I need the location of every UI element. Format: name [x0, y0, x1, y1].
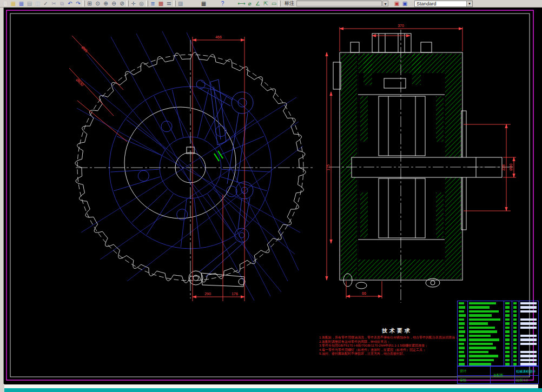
- command-line[interactable]: [4, 384, 538, 388]
- annotation-style-combo[interactable]: [296, 1, 382, 6]
- parts-table-row: [458, 362, 538, 367]
- aerial-view-icon[interactable]: ◎: [137, 1, 146, 7]
- table-cell-text: [459, 314, 466, 317]
- title-block: 设计 审核 装配图 机械课程设计 比例 1:2: [457, 366, 539, 384]
- table-cell-text: [505, 347, 510, 349]
- table-cell-text: [520, 351, 537, 354]
- title-block-scale: 比例 1:2: [516, 378, 528, 383]
- object-toolbar-group: ≣▩〓: [149, 1, 173, 7]
- table-cell-text: [513, 302, 517, 305]
- redo-icon[interactable]: ↷: [74, 1, 82, 7]
- linetype-icon[interactable]: 〓: [165, 1, 173, 7]
- table-cell-text: [469, 347, 496, 349]
- table-cell-text: [505, 343, 510, 346]
- tech-requirement-line: 5.油封、密封圈装配时不得损坏，注意方向，结合面密封好。: [319, 352, 475, 356]
- table-cell-text: [469, 355, 498, 357]
- table-cell-text: [513, 314, 517, 317]
- table-cell-text: [513, 359, 517, 362]
- table-cell-text: [513, 306, 517, 309]
- view-toolbar-group: ▣▣: [393, 1, 409, 7]
- parts-table-row: [458, 330, 538, 334]
- parts-table-row: [458, 317, 538, 322]
- save-icon[interactable]: ▦: [17, 1, 25, 7]
- layers-icon[interactable]: ≣: [149, 1, 157, 7]
- table-cell-text: [513, 322, 517, 325]
- zoom-toolbar-group: ⊞⊙⊕⊖⊘: [85, 1, 126, 7]
- tech-requirement-line: 3.零件分别用GB/T6170 I-6级/70GB/1170-2M4中的1.1-…: [319, 344, 475, 348]
- dim-angular-icon[interactable]: ∠: [254, 1, 262, 7]
- table-icon[interactable]: ▦: [200, 1, 208, 7]
- table-cell-text: [459, 322, 465, 325]
- dim-label: 370: [398, 24, 404, 28]
- dim-leader-icon[interactable]: ⇱: [262, 1, 270, 7]
- named-view-icon[interactable]: ▣: [401, 1, 409, 7]
- table-cell-text: [505, 302, 510, 305]
- table-cell-text: [513, 318, 517, 321]
- zoom-window-icon[interactable]: ⊞: [85, 1, 94, 7]
- table-cell-text: [459, 355, 465, 357]
- toolbar-separator: [83, 1, 85, 6]
- docked-toolbar-edge: [0, 8, 4, 384]
- standard-style-combo[interactable]: Standard ▾: [414, 1, 473, 7]
- table-cell-text: [459, 347, 465, 349]
- table-cell-text: [459, 351, 464, 354]
- table-cell-text: [513, 310, 517, 313]
- table-cell-text: [505, 322, 510, 325]
- dim-style-icon[interactable]: ▭: [270, 1, 278, 7]
- standard-style-value: Standard: [415, 1, 466, 6]
- chevron-down-icon[interactable]: ▾: [466, 1, 472, 6]
- table-cell-text: [459, 302, 464, 305]
- print-icon[interactable]: ▤: [25, 1, 34, 7]
- help-toolbar-group: ?: [219, 1, 227, 7]
- title-block-designer: 设计: [460, 369, 466, 374]
- table-cell-text: [505, 318, 510, 321]
- table-cell-text: [459, 310, 464, 313]
- render-icon[interactable]: ▣: [393, 1, 401, 7]
- dim-label: 176: [232, 292, 238, 296]
- help-icon[interactable]: ?: [219, 1, 227, 7]
- annotation-toolbar-label: 标注: [285, 0, 294, 7]
- pan-icon[interactable]: ✛: [129, 1, 137, 7]
- table-cell-text: [505, 355, 510, 357]
- parts-table-row: [458, 322, 538, 326]
- new-icon[interactable]: ▯: [1, 1, 9, 7]
- properties-icon[interactable]: ▨: [176, 1, 184, 7]
- table-cell-text: [513, 347, 517, 349]
- zoom-dynamic-icon[interactable]: ⊙: [94, 1, 102, 7]
- undo-icon[interactable]: ↶: [66, 1, 74, 7]
- cut-icon[interactable]: ✂: [50, 1, 58, 7]
- zoom-in-icon[interactable]: ⊕: [102, 1, 110, 7]
- zoom-out-icon[interactable]: ⊖: [110, 1, 118, 7]
- color-icon[interactable]: ▩: [157, 1, 165, 7]
- table-cell-text: [520, 310, 537, 313]
- parts-table-row: [458, 346, 538, 350]
- table-cell-text: [520, 335, 537, 337]
- spelling-icon[interactable]: ✓: [42, 1, 50, 7]
- technical-requirements: 技术要求 1.装配前，所有零件用煤油清洗，零件表面不得有任何锈蚀存在，结合零件的…: [319, 327, 475, 356]
- table-cell-text: [459, 327, 464, 329]
- table-cell-text: [513, 327, 517, 329]
- copy-icon[interactable]: ⧉: [58, 1, 66, 7]
- table-cell-text: [469, 327, 495, 329]
- dim-label: Ø80: [509, 163, 513, 170]
- zoom-previous-icon[interactable]: ⊘: [118, 1, 126, 7]
- title-block-drawing-name: 装配图: [493, 373, 503, 378]
- technical-requirements-title: 技术要求: [319, 327, 475, 335]
- parts-table-rows: [458, 301, 538, 366]
- open-icon[interactable]: ▦: [9, 1, 17, 7]
- chevron-down-icon[interactable]: ▾: [382, 1, 388, 6]
- toolbar-separator: [174, 1, 176, 6]
- parts-table-row: [458, 350, 538, 354]
- table-cell-text: [520, 327, 537, 329]
- table-cell-text: [469, 306, 490, 309]
- dim-linear-icon[interactable]: ⟷: [237, 1, 246, 7]
- table-cell-text: [459, 363, 465, 366]
- pan-toolbar-group: ✛◎: [129, 1, 146, 7]
- parts-table: [457, 301, 539, 366]
- dim-radius-icon[interactable]: ⌀: [246, 1, 254, 7]
- print-preview-icon[interactable]: ◫: [34, 1, 42, 7]
- dimension-toolbar-group: ⟷⌀∠⇱▭: [237, 1, 278, 7]
- table-cell-text: [520, 355, 537, 357]
- parts-table-row: [458, 358, 538, 362]
- toolbar-separator: [146, 1, 148, 6]
